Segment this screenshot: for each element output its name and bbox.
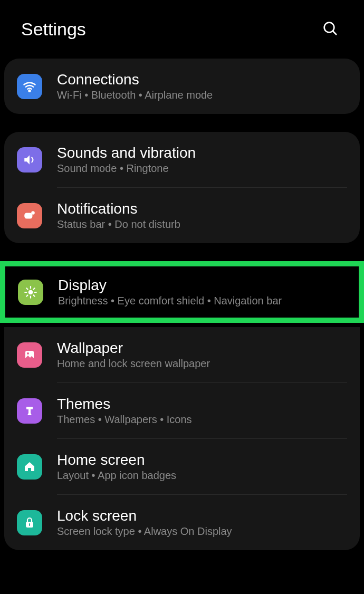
- search-button[interactable]: [318, 16, 343, 43]
- item-title: Home screen: [57, 452, 347, 468]
- notifications-icon: [17, 203, 42, 228]
- svg-rect-16: [26, 407, 33, 409]
- sound-icon: [17, 147, 42, 173]
- svg-point-15: [27, 352, 29, 355]
- settings-item-sounds[interactable]: Sounds and vibration Sound mode • Ringto…: [4, 132, 360, 187]
- settings-item-connections[interactable]: Connections Wi-Fi • Bluetooth • Airplane…: [4, 59, 360, 114]
- highlighted-section: Display Brightness • Eye comfort shield …: [0, 261, 364, 323]
- page-title: Settings: [21, 19, 86, 40]
- svg-point-2: [29, 90, 31, 91]
- item-title: Notifications: [57, 200, 347, 217]
- lock-icon: [17, 510, 42, 535]
- svg-rect-19: [29, 523, 30, 526]
- svg-line-11: [33, 295, 34, 296]
- item-text: Display Brightness • Eye comfort shield …: [58, 277, 346, 307]
- settings-item-display[interactable]: Display Brightness • Eye comfort shield …: [5, 266, 359, 318]
- settings-item-notifications[interactable]: Notifications Status bar • Do not distur…: [4, 188, 360, 243]
- item-text: Wallpaper Home and lock screen wallpaper: [57, 340, 347, 370]
- themes-icon: [17, 398, 42, 424]
- item-text: Lock screen Screen lock type • Always On…: [57, 507, 347, 538]
- svg-rect-3: [24, 213, 32, 218]
- highlight-border: Display Brightness • Eye comfort shield …: [0, 261, 364, 323]
- item-subtitle: Themes • Wallpapers • Icons: [57, 414, 347, 426]
- item-title: Wallpaper: [57, 340, 347, 357]
- settings-group: Sounds and vibration Sound mode • Ringto…: [4, 132, 360, 243]
- settings-item-lockscreen[interactable]: Lock screen Screen lock type • Always On…: [4, 495, 360, 550]
- item-text: Themes Themes • Wallpapers • Icons: [57, 396, 347, 426]
- wallpaper-icon: [17, 342, 42, 368]
- svg-line-1: [333, 31, 337, 35]
- item-title: Display: [58, 277, 346, 294]
- wifi-icon: [17, 74, 42, 99]
- svg-line-12: [26, 295, 27, 296]
- header: Settings: [0, 0, 364, 59]
- svg-line-10: [26, 288, 27, 289]
- item-title: Lock screen: [57, 507, 347, 524]
- item-subtitle: Brightness • Eye comfort shield • Naviga…: [58, 295, 346, 307]
- item-text: Sounds and vibration Sound mode • Ringto…: [57, 145, 347, 175]
- svg-point-0: [324, 23, 334, 33]
- item-subtitle: Sound mode • Ringtone: [57, 162, 347, 175]
- svg-line-13: [33, 288, 34, 289]
- svg-point-5: [28, 290, 33, 294]
- settings-item-homescreen[interactable]: Home screen Layout • App icon badges: [4, 439, 360, 494]
- settings-item-wallpaper[interactable]: Wallpaper Home and lock screen wallpaper: [4, 327, 360, 382]
- search-icon: [322, 20, 339, 37]
- item-subtitle: Status bar • Do not disturb: [57, 218, 347, 231]
- item-subtitle: Wi-Fi • Bluetooth • Airplane mode: [57, 89, 347, 101]
- svg-rect-17: [28, 409, 31, 413]
- svg-point-4: [31, 211, 35, 215]
- settings-item-themes[interactable]: Themes Themes • Wallpapers • Icons: [4, 383, 360, 438]
- item-subtitle: Screen lock type • Always On Display: [57, 525, 347, 538]
- item-text: Connections Wi-Fi • Bluetooth • Airplane…: [57, 71, 347, 101]
- item-subtitle: Layout • App icon badges: [57, 470, 347, 482]
- item-subtitle: Home and lock screen wallpaper: [57, 358, 347, 370]
- item-text: Home screen Layout • App icon badges: [57, 452, 347, 482]
- item-title: Themes: [57, 396, 347, 413]
- settings-group: Connections Wi-Fi • Bluetooth • Airplane…: [4, 59, 360, 114]
- home-icon: [17, 454, 42, 480]
- item-text: Notifications Status bar • Do not distur…: [57, 200, 347, 231]
- item-title: Sounds and vibration: [57, 145, 347, 161]
- settings-group: Wallpaper Home and lock screen wallpaper…: [4, 327, 360, 550]
- item-title: Connections: [57, 71, 347, 88]
- brightness-icon: [18, 280, 43, 305]
